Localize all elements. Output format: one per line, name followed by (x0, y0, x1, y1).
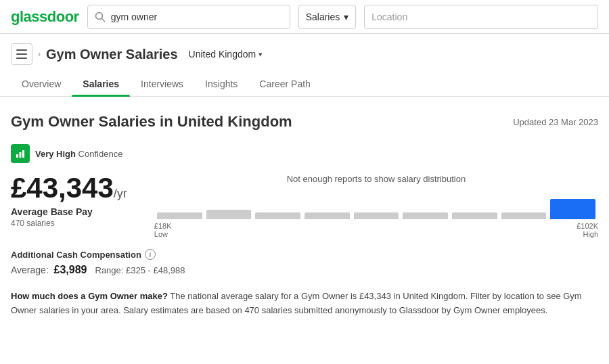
salary-headline-row: Gym Owner Salaries in United Kingdom Upd… (11, 113, 598, 131)
category-dropdown[interactable]: Salaries ▾ (298, 5, 357, 29)
salary-headline: Gym Owner Salaries in United Kingdom (11, 113, 292, 131)
location-input-container[interactable]: Location (364, 5, 598, 29)
updated-text: Updated 23 Mar 2023 (513, 117, 598, 127)
category-chevron: ▾ (344, 12, 348, 22)
search-icon (95, 12, 106, 22)
salary-amount: £43,343/yr (11, 174, 127, 202)
page-title: Gym Owner Salaries (46, 47, 178, 62)
top-nav: glassdoor Salaries ▾ Location (0, 0, 609, 34)
svg-line-1 (102, 18, 104, 21)
main-content: Gym Owner Salaries in United Kingdom Upd… (0, 97, 609, 329)
svg-rect-2 (16, 154, 18, 158)
confidence-row: Very High Confidence (11, 144, 598, 163)
avg-base-pay-label: Average Base Pay (11, 206, 127, 217)
location-badge[interactable]: United Kingdom ▾ (189, 49, 263, 60)
chart-bar (157, 212, 202, 219)
confidence-icon (11, 144, 30, 163)
hamburger-line (16, 49, 27, 51)
location-placeholder: Location (371, 12, 407, 22)
chart-bar (354, 212, 399, 219)
tab-career-path[interactable]: Career Path (248, 72, 321, 96)
chart-bar (501, 212, 547, 219)
description-text: How much does a Gym Owner make? The nati… (11, 290, 598, 318)
chart-bar (255, 212, 300, 219)
additional-comp-row: Average: £3,989 Range: £325 - £48,988 (11, 264, 598, 276)
tab-salaries[interactable]: Salaries (72, 72, 130, 96)
chart-label-low: £18K Low (154, 222, 172, 238)
chart-bar-icon (15, 148, 26, 159)
chart-bar (550, 199, 595, 219)
category-label: Salaries (306, 12, 340, 22)
info-icon[interactable]: i (145, 249, 156, 260)
svg-rect-4 (22, 150, 24, 158)
tab-interviews[interactable]: Interviews (130, 72, 194, 96)
svg-rect-3 (20, 152, 22, 158)
location-badge-text: United Kingdom (189, 49, 256, 60)
confidence-text: Very High Confidence (35, 149, 122, 159)
chart-label-high: £102K High (577, 222, 598, 238)
chart-note: Not enough reports to show salary distri… (154, 174, 598, 184)
glassdoor-logo: glassdoor (11, 8, 79, 26)
location-badge-chevron: ▾ (258, 50, 263, 59)
salary-display-row: £43,343/yr Average Base Pay 470 salaries… (11, 174, 598, 238)
search-input[interactable] (111, 12, 283, 22)
hamburger-line (16, 53, 27, 55)
chart-bar (206, 210, 252, 219)
chart-bar (304, 212, 350, 219)
tab-overview[interactable]: Overview (11, 72, 72, 96)
salary-count: 470 salaries (11, 219, 127, 228)
hamburger-line (16, 58, 27, 59)
chart-bar (452, 212, 497, 219)
search-bar (87, 5, 290, 29)
hamburger-button[interactable] (11, 43, 32, 65)
tabs-nav: Overview Salaries Interviews Insights Ca… (0, 72, 609, 97)
additional-comp-title: Additional Cash Compensation i (11, 249, 598, 260)
salary-left: £43,343/yr Average Base Pay 470 salaries (11, 174, 127, 228)
additional-comp-range: Range: £325 - £48,988 (95, 265, 185, 275)
chart-bar (403, 212, 448, 219)
salary-chart: Not enough reports to show salary distri… (154, 174, 598, 238)
tab-insights[interactable]: Insights (194, 72, 248, 96)
breadcrumb-chevron: › (38, 49, 41, 59)
chart-labels: £18K Low £102K High (154, 222, 598, 238)
additional-comp-section: Additional Cash Compensation i Average: … (11, 249, 598, 276)
additional-comp-average: Average: £3,989 (11, 264, 87, 276)
title-bar: › Gym Owner Salaries United Kingdom ▾ (0, 34, 609, 65)
chart-bars (154, 192, 598, 219)
